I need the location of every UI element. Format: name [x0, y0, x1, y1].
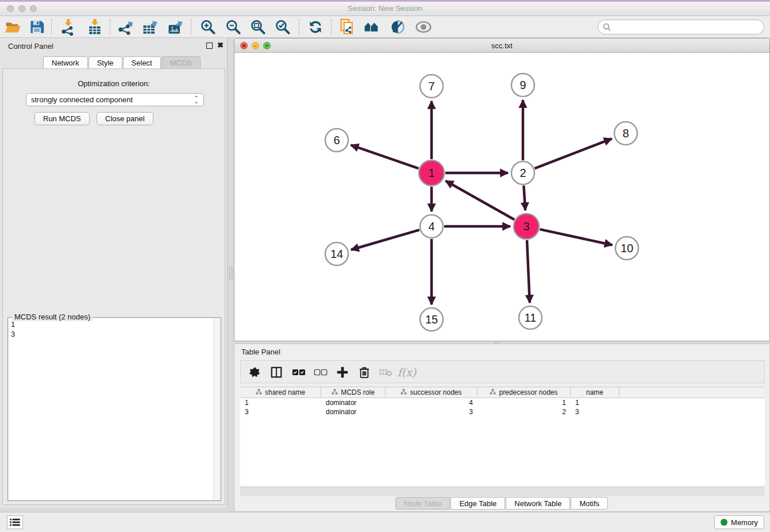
function-builder-icon[interactable]: f(x) [397, 363, 417, 381]
dropdown-stepper-icon: ⌃⌄ [194, 97, 199, 103]
node-label-11: 11 [525, 311, 537, 324]
edge-3-10[interactable] [540, 229, 612, 245]
node-label-10: 10 [621, 242, 633, 255]
control-panel-titlebar: Control Panel ✖ [0, 38, 227, 54]
control-panel-float-icon[interactable] [206, 43, 213, 49]
show-all-networks-icon[interactable] [363, 18, 382, 36]
list-icon [10, 518, 20, 526]
import-table-icon[interactable] [85, 18, 105, 36]
table-cell[interactable]: 4 [386, 398, 478, 407]
edge-2-3[interactable] [523, 186, 525, 210]
criterion-value: strongly connected component [31, 95, 194, 104]
export-image-icon[interactable] [165, 18, 185, 36]
control-panel: Control Panel ✖ Network Style Select MCD… [0, 38, 228, 508]
table-tabs: Node Table Edge Table Network Table Moti… [234, 497, 769, 510]
tab-select[interactable]: Select [123, 56, 161, 69]
tab-mcds[interactable]: MCDS [161, 56, 201, 69]
edge-1-6[interactable] [351, 145, 419, 168]
export-network-icon[interactable] [116, 18, 135, 36]
table-toolbar: f(x) [240, 360, 765, 383]
refresh-layout-icon[interactable] [306, 18, 325, 36]
edge-3-11[interactable] [527, 240, 530, 303]
panel-splitter-handle[interactable] [229, 267, 233, 280]
node-label-3: 3 [523, 220, 529, 233]
close-panel-button[interactable]: Close panel [97, 112, 153, 125]
criterion-dropdown[interactable]: strongly connected component ⌃⌄ [26, 93, 204, 106]
table-cell[interactable]: 3 [240, 407, 321, 417]
task-history-button[interactable] [7, 515, 23, 529]
tab-edge-table[interactable]: Edge Table [451, 497, 505, 510]
clone-network-icon[interactable] [337, 18, 357, 36]
tab-style[interactable]: Style [88, 56, 122, 69]
export-table-icon[interactable] [140, 18, 160, 36]
import-network-icon[interactable] [58, 18, 78, 36]
mcds-result-text[interactable]: 1 3 [9, 318, 213, 500]
node-label-4: 4 [428, 220, 434, 233]
sort-hierarchy-icon [332, 388, 338, 396]
mcds-result-scrollbar[interactable] [213, 318, 220, 500]
column-header-predecessor-nodes[interactable]: predecessor nodes [478, 387, 571, 398]
select-all-columns-icon[interactable] [289, 363, 309, 381]
node-table: shared nameMCDS rolesuccessor nodesprede… [240, 387, 765, 485]
column-header-MCDS-role[interactable]: MCDS role [321, 387, 386, 398]
edge-3-1[interactable] [445, 181, 514, 219]
zoom-selected-icon[interactable] [273, 18, 292, 36]
search-field[interactable] [598, 20, 764, 34]
show-hide-graphics-icon[interactable] [414, 18, 433, 36]
column-label: successor nodes [410, 388, 461, 396]
optimization-criterion-label: Optimization criterion: [3, 79, 225, 88]
table-settings-icon[interactable] [245, 363, 265, 381]
zoom-in-icon[interactable] [198, 18, 218, 36]
column-header-shared-name[interactable]: shared name [240, 387, 321, 398]
fx-label: f(x) [398, 366, 417, 379]
tab-network-table[interactable]: Network Table [506, 497, 570, 510]
window-title: Session: New Session [0, 4, 770, 13]
table-cell[interactable]: 2 [478, 407, 571, 417]
table-cell[interactable]: 1 [571, 398, 619, 407]
table-panel-title: Table Panel [241, 348, 280, 356]
run-mcds-button[interactable]: Run MCDS [34, 112, 90, 125]
delete-table-icon[interactable] [376, 363, 395, 381]
delete-columns-icon[interactable] [355, 363, 374, 381]
zoom-fit-icon[interactable] [248, 18, 268, 36]
control-panel-close-icon[interactable]: ✖ [217, 41, 224, 49]
table-cell[interactable]: 1 [478, 398, 571, 407]
table-scroll-strip[interactable] [240, 487, 765, 496]
table-panel: Table Panel ✖ [234, 344, 770, 512]
control-panel-tabs: Network Style Select MCDS [43, 56, 201, 69]
tab-motifs[interactable]: Motifs [571, 497, 608, 510]
network-canvas[interactable]: 7968124314101511 [235, 53, 769, 341]
sort-hierarchy-icon [256, 388, 262, 396]
network-graph: 7968124314101511 [235, 53, 769, 341]
memory-label: Memory [731, 518, 758, 527]
table-cell[interactable]: 3 [571, 407, 619, 417]
tab-node-table[interactable]: Node Table [395, 497, 451, 510]
toolbar-separator [110, 19, 110, 35]
memory-button[interactable]: Memory [714, 515, 764, 529]
table-cell[interactable]: dominator [321, 407, 386, 417]
column-label: predecessor nodes [499, 388, 557, 396]
table-row[interactable]: 3dominator323 [240, 407, 765, 417]
edge-2-8[interactable] [535, 138, 612, 168]
tab-network[interactable]: Network [43, 56, 88, 69]
node-label-2: 2 [519, 167, 526, 179]
unselect-all-columns-icon[interactable] [311, 363, 330, 381]
edge-4-14[interactable] [351, 230, 419, 250]
table-cell[interactable]: 1 [240, 398, 321, 407]
column-header-name[interactable]: name [571, 387, 619, 398]
add-column-icon[interactable] [333, 363, 352, 381]
search-input[interactable] [614, 21, 764, 33]
hide-unhide-icon[interactable] [388, 18, 407, 36]
node-label-15: 15 [425, 313, 438, 326]
table-cell[interactable]: dominator [321, 398, 386, 407]
zoom-out-icon[interactable] [224, 18, 243, 36]
column-header-successor-nodes[interactable]: successor nodes [386, 387, 478, 398]
network-window-titlebar[interactable]: ✕ − + scc.txt [234, 38, 769, 53]
open-file-icon[interactable] [3, 18, 22, 36]
table-cell[interactable]: 3 [386, 407, 478, 417]
save-session-icon[interactable] [27, 18, 47, 36]
split-view-icon[interactable] [267, 363, 286, 381]
node-label-7: 7 [428, 80, 434, 92]
table-row[interactable]: 1dominator411 [240, 398, 765, 407]
column-label: shared name [265, 388, 305, 396]
